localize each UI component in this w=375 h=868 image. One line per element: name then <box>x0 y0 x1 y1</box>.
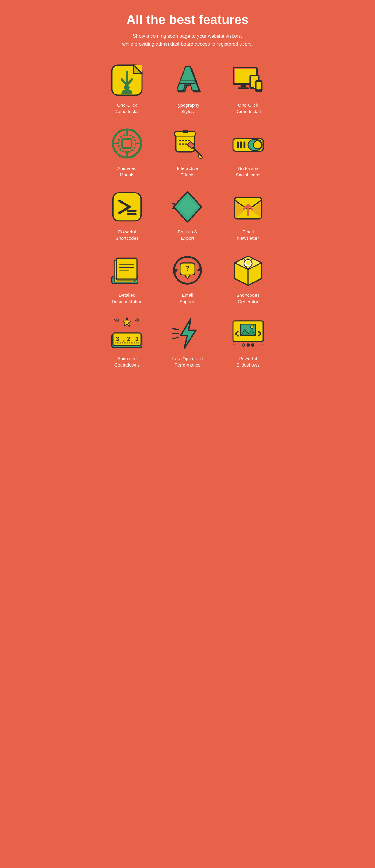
svg-line-61 <box>118 319 119 321</box>
slideshows-icon <box>231 317 265 350</box>
typography-icon <box>171 63 204 97</box>
svg-point-80 <box>250 325 253 329</box>
feature-email-support: ? EmailSupport <box>161 253 215 305</box>
svg-rect-32 <box>240 142 242 148</box>
svg-point-82 <box>246 344 249 346</box>
feature-performance: Fast OptimizedPerformance <box>161 317 215 368</box>
svg-point-35 <box>253 141 261 149</box>
feature-countdowns: 3 , 2 , 1 AnimatedCountdowns <box>100 317 154 368</box>
svg-line-58 <box>251 259 252 260</box>
features-grid: One-ClickDemo Install TypographyStyles <box>100 63 275 368</box>
svg-line-60 <box>115 319 116 321</box>
one-click-demo-icon <box>110 63 144 97</box>
svg-marker-65 <box>123 317 132 326</box>
svg-text:,: , <box>123 337 124 342</box>
feature-shortcodes-gen: ShortcodesGenerator <box>221 253 275 305</box>
svg-rect-22 <box>122 138 132 148</box>
svg-marker-50 <box>172 269 178 274</box>
svg-rect-33 <box>243 142 245 148</box>
page-wrapper: All the best features Show a coming soon… <box>94 0 281 386</box>
svg-line-57 <box>244 259 244 260</box>
header: All the best features Show a coming soon… <box>100 12 275 48</box>
performance-icon <box>171 317 204 350</box>
feature-typography: TypographyStyles <box>161 63 215 115</box>
feature-animated-modals: AnimatedModals <box>100 127 154 178</box>
svg-marker-49 <box>197 267 203 272</box>
svg-text:3: 3 <box>116 335 119 342</box>
svg-point-17 <box>118 135 136 152</box>
shortcodes-gen-label: ShortcodesGenerator <box>237 292 260 305</box>
backup-label: Backup &Export <box>178 228 197 241</box>
svg-point-83 <box>251 344 254 346</box>
svg-text:,: , <box>132 337 134 342</box>
animated-modals-icon <box>110 127 144 160</box>
interactive-label: InteractiveEffects <box>177 165 198 178</box>
svg-rect-31 <box>237 142 239 148</box>
email-support-label: EmailSupport <box>179 292 196 305</box>
svg-text:1: 1 <box>135 335 139 342</box>
interactive-icon <box>171 127 204 160</box>
feature-shortcodes: PowerfulShortcodes <box>100 190 154 241</box>
animated-modals-label: AnimatedModals <box>117 165 137 178</box>
feature-interactive: InteractiveEffects <box>161 127 215 178</box>
responsive-label: One-ClickDemo Install <box>235 102 261 115</box>
svg-point-12 <box>253 87 255 88</box>
shortcodes-gen-icon <box>231 253 265 287</box>
svg-rect-14 <box>256 82 261 89</box>
feature-email-newsletter: EmailNewsletter <box>221 190 275 241</box>
slideshows-label: PowerfulSlideshows <box>237 355 260 368</box>
svg-rect-9 <box>238 87 249 89</box>
backup-icon <box>171 190 204 224</box>
svg-line-63 <box>135 319 136 321</box>
svg-point-15 <box>258 89 259 90</box>
svg-rect-43 <box>116 258 137 280</box>
svg-point-2 <box>125 85 130 90</box>
docs-icon <box>110 253 144 287</box>
email-support-icon: ? <box>171 253 204 287</box>
buttons-social-icon <box>231 127 265 160</box>
svg-point-81 <box>242 344 245 346</box>
email-newsletter-icon <box>231 190 265 224</box>
svg-rect-8 <box>240 85 246 87</box>
svg-point-55 <box>246 260 250 265</box>
feature-responsive: One-ClickDemo Install <box>221 63 275 115</box>
feature-buttons-social: Buttons &Social Icons <box>221 127 275 178</box>
page-title: All the best features <box>100 12 275 27</box>
feature-slideshows: PowerfulSlideshows <box>221 317 275 368</box>
svg-line-64 <box>138 319 139 321</box>
countdowns-icon: 3 , 2 , 1 <box>110 317 144 350</box>
svg-rect-36 <box>113 192 141 221</box>
svg-rect-3 <box>180 80 195 84</box>
svg-text:2: 2 <box>127 335 130 342</box>
shortcodes-icon <box>110 190 144 224</box>
page-subtitle: Show a coming soon page to your website … <box>100 32 275 48</box>
docs-label: DetailedDocumentation <box>112 292 142 305</box>
one-click-demo-label: One-ClickDemo Install <box>114 102 140 115</box>
buttons-social-label: Buttons &Social Icons <box>236 165 260 178</box>
feature-one-click-demo: One-ClickDemo Install <box>100 63 154 115</box>
shortcodes-label: PowerfulShortcodes <box>115 228 138 241</box>
svg-line-74 <box>172 329 178 329</box>
feature-backup: Backup &Export <box>161 190 215 241</box>
performance-label: Fast OptimizedPerformance <box>172 355 203 368</box>
svg-text:?: ? <box>185 264 190 272</box>
svg-line-76 <box>172 338 178 339</box>
svg-rect-25 <box>182 130 189 133</box>
countdowns-label: AnimatedCountdowns <box>114 355 140 368</box>
typography-label: TypographyStyles <box>176 102 199 115</box>
email-newsletter-label: EmailNewsletter <box>237 228 259 241</box>
feature-docs: DetailedDocumentation <box>100 253 154 305</box>
responsive-icon <box>231 63 265 97</box>
